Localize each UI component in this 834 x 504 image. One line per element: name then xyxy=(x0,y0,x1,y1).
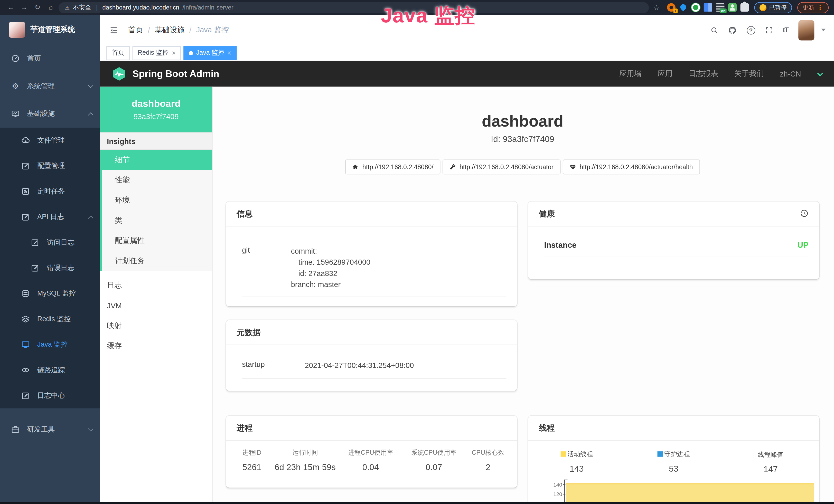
process-value: 2 xyxy=(465,463,511,472)
panel-item-scheduled-tasks[interactable]: 计划任务 xyxy=(102,251,213,271)
sidebar-item-file-management[interactable]: 文件管理 xyxy=(0,128,100,153)
sba-nav-wallboard[interactable]: 应用墙 xyxy=(619,69,642,78)
sidebar-item-scheduled-jobs[interactable]: 定时任务 xyxy=(0,179,100,204)
sba-brand[interactable]: Spring Boot Admin xyxy=(112,67,219,82)
history-icon[interactable] xyxy=(800,209,808,218)
sidebar-item-label: 定时任务 xyxy=(37,187,92,196)
annotation-java-monitor: Java 监控 xyxy=(381,2,476,29)
language-caret-icon[interactable] xyxy=(817,70,823,76)
active-threads-area xyxy=(566,483,814,504)
bookmark-star-icon[interactable]: ☆ xyxy=(654,3,660,11)
breadcrumb-home[interactable]: 首页 xyxy=(128,25,143,35)
panel-item-config-props[interactable]: 配置属性 xyxy=(102,231,213,251)
actuator-url-button[interactable]: http://192.168.0.2:48080/actuator xyxy=(443,159,561,174)
panel-item-metrics[interactable]: 性能 xyxy=(102,170,213,190)
extension-icon-orange[interactable]: 1 xyxy=(667,3,676,12)
user-menu-caret-icon[interactable] xyxy=(821,29,826,31)
sba-main-content: dashboard Id: 93a3fc7f7409 http://192.16… xyxy=(213,87,834,504)
extension-icon-switch[interactable]: on xyxy=(716,3,724,12)
browser-reload-icon[interactable]: ↻ xyxy=(32,0,43,15)
sidebar-item-log-center[interactable]: 日志中心 xyxy=(0,383,100,408)
git-time-line: time: 1596289704000 xyxy=(291,257,506,268)
close-icon[interactable]: × xyxy=(172,49,176,57)
metadata-card: 元数据 startup 2021-04-27T00:44:31.254+08:0… xyxy=(226,320,517,391)
sidebar-item-system-management[interactable]: ⚙ 系统管理 xyxy=(0,72,100,100)
extension-icon-green-circle[interactable] xyxy=(692,3,700,12)
process-header: 进程CPU使用率 xyxy=(339,448,402,457)
y-axis-tick: 140 xyxy=(548,482,562,487)
tab-java-monitor[interactable]: Java 监控 × xyxy=(183,46,236,60)
header-actions: ? tT xyxy=(710,20,826,40)
browser-back-icon[interactable]: ← xyxy=(5,0,17,15)
address-bar[interactable]: ⚠ 不安全 | dashboard.yudao.iocoder.cn/infra… xyxy=(59,2,649,13)
sidebar-item-api-logs[interactable]: API 日志 xyxy=(0,204,100,230)
extension-icon-grid[interactable] xyxy=(704,3,712,12)
user-avatar[interactable] xyxy=(798,20,814,40)
help-icon[interactable]: ? xyxy=(747,26,755,34)
extension-icon-pin[interactable] xyxy=(679,3,687,12)
threads-chart: 140 120 100 xyxy=(548,480,815,504)
panel-item-logs[interactable]: 日志 xyxy=(100,275,212,296)
panel-item-environment[interactable]: 环境 xyxy=(102,190,213,210)
sba-nav-applications[interactable]: 应用 xyxy=(658,69,673,78)
breadcrumb-infrastructure[interactable]: 基础设施 xyxy=(155,25,184,35)
browser-home-icon[interactable]: ⌂ xyxy=(45,0,56,15)
infrastructure-submenu: 文件管理 配置管理 定时任务 API 日志 访问日志 xyxy=(0,128,100,408)
app-logo-row[interactable]: 芋道管理系统 xyxy=(0,15,100,45)
sidebar-collapse-icon[interactable] xyxy=(108,26,119,34)
service-url-button[interactable]: http://192.168.0.2:48080/ xyxy=(346,159,440,174)
process-value: 0.04 xyxy=(339,463,402,472)
app-title: 芋道管理系统 xyxy=(30,25,75,35)
sba-nav-about[interactable]: 关于我们 xyxy=(734,69,764,78)
sidebar-item-access-logs[interactable]: 访问日志 xyxy=(0,230,100,255)
service-url: http://192.168.0.2:48080/ xyxy=(363,163,433,171)
sidebar-item-redis-monitor[interactable]: Redis 监控 xyxy=(0,306,100,332)
close-icon[interactable]: × xyxy=(227,49,232,57)
edit-icon xyxy=(31,238,39,247)
sidebar-item-config-management[interactable]: 配置管理 xyxy=(0,153,100,179)
sidebar-item-tracing[interactable]: 链路追踪 xyxy=(0,358,100,383)
app-logo xyxy=(9,22,25,38)
sidebar-item-error-logs[interactable]: 错误日志 xyxy=(0,255,100,281)
screen-bottom-edge xyxy=(0,502,834,504)
sba-nav-journal[interactable]: 日志报表 xyxy=(688,69,718,78)
search-icon[interactable] xyxy=(710,26,718,34)
info-card-title: 信息 xyxy=(226,202,517,226)
git-commit-line: commit: xyxy=(291,246,506,257)
tab-home[interactable]: 首页 xyxy=(106,46,130,60)
extension-icon-person[interactable] xyxy=(728,3,737,12)
instance-header[interactable]: dashboard 93a3fc7f7409 xyxy=(100,87,212,133)
tab-redis-monitor[interactable]: Redis 监控 × xyxy=(133,46,181,60)
process-header: CPU核心数 xyxy=(465,448,511,457)
panel-item-jvm[interactable]: JVM xyxy=(100,296,212,316)
info-key: git xyxy=(242,246,291,290)
panel-item-classes[interactable]: 类 xyxy=(102,210,213,231)
sidebar-item-label: 配置管理 xyxy=(37,161,92,170)
monitor-chart-icon xyxy=(11,110,20,118)
profile-paused-chip[interactable]: 已暂停 xyxy=(754,2,792,13)
browser-forward-icon[interactable]: → xyxy=(19,0,29,15)
sidebar-item-dev-tools[interactable]: 研发工具 xyxy=(0,416,100,443)
sidebar-item-java-monitor[interactable]: Java 监控 xyxy=(0,332,100,357)
sba-navbar: Spring Boot Admin 应用墙 应用 日志报表 关于我们 zh-CN xyxy=(100,61,834,87)
browser-menu-icon[interactable]: ⋮ xyxy=(817,4,824,11)
sidebar-item-home[interactable]: 首页 xyxy=(0,45,100,72)
sidebar-item-infrastructure[interactable]: 基础设施 xyxy=(0,100,100,128)
sidebar-item-mysql-monitor[interactable]: MySQL 监控 xyxy=(0,281,100,306)
active-dot-icon xyxy=(189,51,193,55)
panel-item-mappings[interactable]: 映射 xyxy=(100,316,212,336)
sidebar-item-label: 系统管理 xyxy=(27,82,82,91)
panel-item-details[interactable]: 细节 xyxy=(102,150,213,170)
security-warning-icon[interactable]: ⚠ xyxy=(65,5,70,10)
github-icon[interactable] xyxy=(728,26,737,34)
extensions-puzzle-icon[interactable] xyxy=(741,3,749,12)
panel-item-caches[interactable]: 缓存 xyxy=(100,336,212,357)
font-size-icon[interactable]: tT xyxy=(783,26,788,34)
fullscreen-icon[interactable] xyxy=(765,26,773,34)
browser-update-button[interactable]: 更新 ⋮ xyxy=(797,2,829,13)
sba-language-select[interactable]: zh-CN xyxy=(780,70,801,78)
actuator-url: http://192.168.0.2:48080/actuator xyxy=(460,163,553,171)
edit-icon xyxy=(31,264,39,272)
wrench-icon xyxy=(449,164,456,170)
health-url-button[interactable]: http://192.168.0.2:48080/actuator/health xyxy=(563,159,700,174)
